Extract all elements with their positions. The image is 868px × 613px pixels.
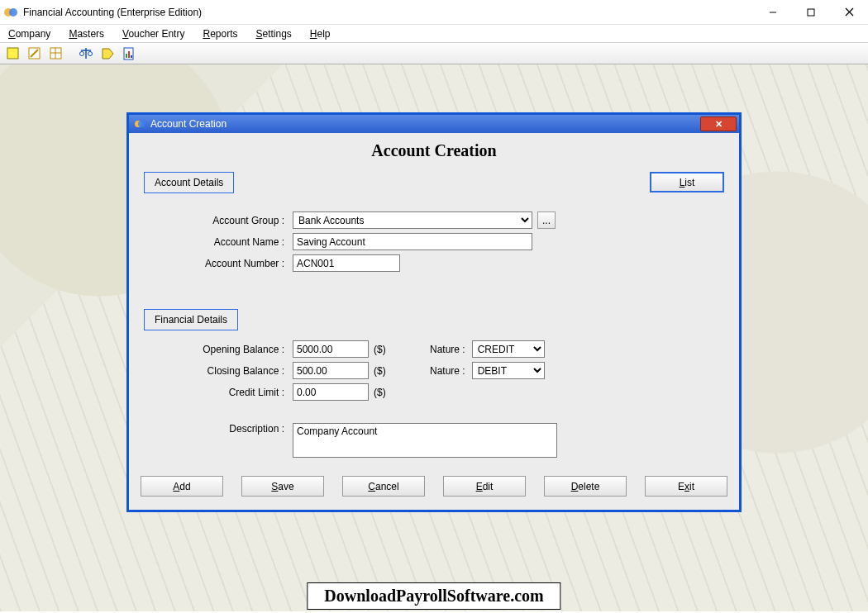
menu-settings[interactable]: Settings bbox=[255, 28, 291, 40]
toolbar-report-icon[interactable] bbox=[121, 45, 137, 62]
close-x-icon: ✕ bbox=[715, 120, 723, 129]
svg-line-4 bbox=[846, 8, 853, 16]
window-titlebar: Financial Accounting (Enterprise Edition… bbox=[0, 0, 868, 25]
label-account-group: Account Group : bbox=[185, 215, 293, 226]
svg-marker-16 bbox=[103, 49, 113, 59]
save-button[interactable]: Save bbox=[241, 476, 324, 497]
label-closing-balance: Closing Balance : bbox=[185, 365, 293, 377]
dialog-button-bar: Add Save Cancel Edit Delete Exit bbox=[144, 468, 724, 506]
description-textarea[interactable]: Company Account bbox=[293, 423, 557, 458]
financial-details-form: Opening Balance : ($) Nature : CREDIT Cl… bbox=[185, 340, 724, 458]
cancel-button[interactable]: Cancel bbox=[342, 476, 425, 497]
menu-bar: Company Masters Voucher Entry Reports Se… bbox=[0, 25, 868, 43]
credit-limit-input[interactable] bbox=[293, 383, 369, 401]
svg-point-1 bbox=[9, 8, 17, 17]
delete-button[interactable]: Delete bbox=[544, 476, 627, 497]
toolbar-new-icon[interactable] bbox=[5, 45, 21, 62]
nature-opening-select[interactable]: CREDIT bbox=[472, 340, 545, 358]
menu-masters[interactable]: Masters bbox=[69, 28, 104, 40]
label-nature-opening: Nature : bbox=[422, 344, 472, 355]
svg-point-14 bbox=[80, 51, 84, 55]
account-group-select[interactable]: Bank Accounts bbox=[293, 211, 532, 229]
label-nature-closing: Nature : bbox=[422, 365, 472, 377]
dialog-title: Account Creation bbox=[150, 118, 698, 130]
edit-button[interactable]: Edit bbox=[443, 476, 526, 497]
svg-rect-20 bbox=[131, 55, 132, 58]
add-button[interactable]: Add bbox=[141, 476, 223, 497]
label-opening-balance: Opening Balance : bbox=[185, 344, 293, 355]
toolbar-balance-icon[interactable] bbox=[78, 45, 94, 62]
maximize-button[interactable] bbox=[792, 0, 830, 25]
dialog-titlebar: Account Creation ✕ bbox=[129, 115, 739, 133]
menu-help[interactable]: Help bbox=[310, 28, 331, 40]
account-group-browse-button[interactable]: ... bbox=[537, 211, 556, 229]
dialog-icon bbox=[134, 118, 145, 130]
svg-line-5 bbox=[846, 8, 853, 16]
list-button[interactable]: List bbox=[650, 172, 724, 192]
close-button[interactable] bbox=[830, 0, 868, 25]
exit-button[interactable]: Exit bbox=[645, 476, 727, 497]
svg-point-15 bbox=[88, 51, 93, 55]
svg-rect-18 bbox=[126, 54, 127, 58]
menu-voucher-entry[interactable]: Voucher Entry bbox=[122, 28, 184, 40]
toolbar-tag-icon[interactable] bbox=[99, 45, 116, 62]
account-name-input[interactable] bbox=[293, 233, 532, 250]
svg-rect-19 bbox=[128, 51, 130, 58]
account-details-form: Account Group : Bank Accounts ... Accoun… bbox=[185, 211, 724, 272]
section-financial-details: Financial Details bbox=[144, 309, 238, 330]
svg-rect-3 bbox=[808, 9, 814, 16]
label-credit-limit: Credit Limit : bbox=[185, 387, 293, 398]
svg-rect-6 bbox=[7, 48, 18, 59]
label-account-number: Account Number : bbox=[185, 258, 293, 269]
window-title: Financial Accounting (Enterprise Edition… bbox=[23, 7, 754, 18]
closing-balance-unit: ($) bbox=[374, 365, 386, 377]
account-number-input[interactable] bbox=[293, 254, 400, 272]
toolbar-grid-icon[interactable] bbox=[48, 45, 64, 62]
label-description: Description : bbox=[185, 423, 293, 435]
footer-banner: DownloadPayrollSoftware.com bbox=[307, 582, 560, 610]
dialog-close-button[interactable]: ✕ bbox=[700, 116, 737, 131]
toolbar bbox=[0, 43, 868, 64]
account-creation-dialog: Account Creation ✕ Account Creation Acco… bbox=[126, 112, 742, 512]
nature-closing-select[interactable]: DEBIT bbox=[472, 362, 545, 379]
toolbar-edit-icon[interactable] bbox=[26, 45, 43, 62]
opening-balance-input[interactable] bbox=[293, 340, 369, 358]
section-account-details: Account Details bbox=[144, 172, 234, 193]
credit-limit-unit: ($) bbox=[374, 387, 386, 398]
menu-reports[interactable]: Reports bbox=[203, 28, 237, 40]
window-controls bbox=[754, 0, 868, 25]
workspace: Account Creation ✕ Account Creation Acco… bbox=[0, 64, 868, 611]
closing-balance-input[interactable] bbox=[293, 362, 369, 379]
app-icon bbox=[3, 5, 18, 20]
label-account-name: Account Name : bbox=[185, 236, 293, 248]
menu-company[interactable]: Company bbox=[8, 28, 50, 40]
svg-point-22 bbox=[138, 121, 145, 127]
dialog-heading: Account Creation bbox=[144, 141, 724, 160]
dialog-body: Account Creation Account Details List Ac… bbox=[129, 133, 739, 510]
opening-balance-unit: ($) bbox=[374, 344, 386, 355]
minimize-button[interactable] bbox=[754, 0, 792, 25]
